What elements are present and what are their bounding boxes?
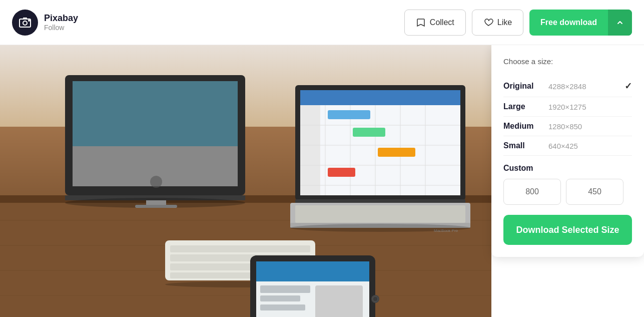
custom-inputs — [503, 179, 632, 205]
size-option-small[interactable]: Small 640×425 — [503, 136, 632, 155]
size-option-original[interactable]: Original 4288×2848 ✓ — [503, 76, 632, 97]
header-actions: Collect Like Free download — [404, 10, 632, 36]
logo-icon[interactable] — [12, 10, 38, 36]
svg-rect-2 — [23, 18, 27, 20]
svg-point-56 — [373, 296, 378, 301]
devices-svg: MacBook Pro — [0, 45, 491, 317]
svg-point-1 — [23, 21, 27, 25]
custom-height-input[interactable] — [566, 179, 623, 205]
header-left: Pixabay Follow — [12, 10, 78, 36]
brand-info: Pixabay Follow — [44, 13, 78, 32]
dropdown-toggle[interactable] — [608, 10, 632, 36]
svg-rect-28 — [300, 105, 320, 195]
large-dims: 1920×1275 — [548, 103, 586, 111]
svg-rect-19 — [170, 245, 310, 252]
image-area: MacBook Pro — [0, 45, 491, 317]
svg-rect-42 — [295, 199, 465, 203]
svg-rect-53 — [260, 304, 305, 310]
free-download-label: Free download — [529, 10, 608, 36]
svg-rect-45 — [295, 205, 465, 223]
size-option-large[interactable]: Large 1920×1275 — [503, 97, 632, 116]
selected-check-icon: ✓ — [624, 81, 632, 92]
collect-button[interactable]: Collect — [404, 10, 466, 36]
free-download-button[interactable]: Free download — [529, 10, 632, 36]
custom-size-section: Custom — [503, 164, 632, 205]
download-selected-button[interactable]: Download Selected Size — [503, 215, 632, 245]
svg-rect-39 — [353, 128, 385, 137]
brand-name: Pixabay — [44, 13, 78, 24]
svg-rect-40 — [378, 148, 415, 157]
like-icon — [483, 18, 493, 28]
like-label: Like — [497, 18, 512, 27]
svg-point-58 — [290, 224, 470, 232]
medium-label: Medium — [503, 122, 548, 131]
svg-point-3 — [28, 20, 30, 22]
svg-rect-54 — [315, 285, 363, 317]
size-dropdown-panel: Choose a size: Original 4288×2848 ✓ Larg… — [491, 45, 644, 257]
size-option-medium[interactable]: Medium 1280×850 — [503, 117, 632, 136]
svg-rect-12 — [73, 81, 238, 146]
svg-rect-49 — [256, 261, 369, 281]
custom-width-input[interactable] — [503, 179, 561, 205]
divider-4 — [503, 155, 632, 156]
large-label: Large — [503, 102, 548, 111]
collect-icon — [416, 18, 426, 28]
collect-label: Collect — [430, 18, 454, 27]
svg-point-57 — [65, 198, 245, 208]
main-content: MacBook Pro Choose a size: Or — [0, 45, 644, 317]
chevron-up-icon — [616, 19, 624, 27]
svg-rect-51 — [260, 285, 310, 293]
header: Pixabay Follow Collect Like Free downloa… — [0, 0, 644, 45]
small-dims: 640×425 — [548, 142, 578, 150]
choose-size-title: Choose a size: — [503, 57, 632, 66]
svg-rect-41 — [328, 168, 355, 177]
original-label: Original — [503, 82, 548, 91]
small-label: Small — [503, 141, 548, 150]
svg-rect-26 — [300, 90, 460, 105]
original-dims: 4288×2848 — [548, 82, 586, 91]
follow-link[interactable]: Follow — [44, 24, 78, 32]
medium-dims: 1280×850 — [548, 122, 582, 131]
svg-rect-52 — [260, 295, 300, 301]
svg-rect-38 — [328, 110, 370, 119]
like-button[interactable]: Like — [472, 10, 523, 36]
svg-point-14 — [150, 176, 162, 188]
custom-label: Custom — [503, 164, 632, 173]
